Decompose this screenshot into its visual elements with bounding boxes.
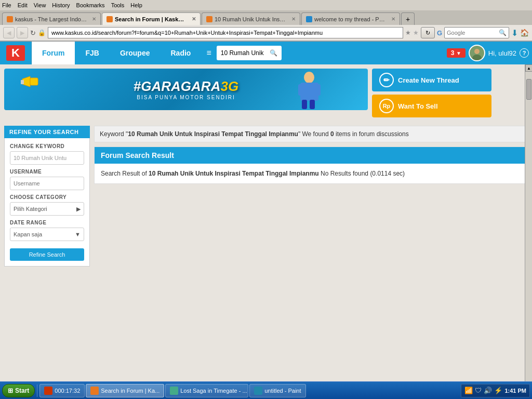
- tab-3-label: 10 Rumah Unik Untuk Inspirasi Tempat Ti.…: [215, 16, 287, 22]
- tab-1-close[interactable]: ✕: [92, 16, 96, 22]
- tab-3-close[interactable]: ✕: [291, 16, 296, 22]
- taskbar-item-lostsaga[interactable]: Lost Saga in Timegate - ...: [165, 384, 248, 397]
- nav-tab-forum[interactable]: Forum: [32, 42, 75, 64]
- tab-bar: kaskus - The Largest Indonesian Commu...…: [0, 10, 532, 25]
- keyword-input[interactable]: [10, 151, 84, 165]
- user-avatar: [469, 45, 485, 61]
- taskbar-timer: 000:17:32: [39, 384, 85, 397]
- kaskus-navbar: K Forum FJB Groupee Radio ≡ 🔍 3 ▼: [0, 42, 532, 64]
- lostsaga-icon: [170, 387, 178, 395]
- nav-search-box: 🔍: [217, 46, 282, 60]
- menu-view[interactable]: View: [34, 2, 46, 8]
- create-thread-button[interactable]: ✏ Create New Thread: [372, 69, 491, 91]
- site-wrapper: K Forum FJB Groupee Radio ≡ 🔍 3 ▼: [0, 42, 532, 392]
- menu-help[interactable]: Help: [130, 2, 142, 8]
- megaphone-svg: [20, 74, 41, 89]
- banner-actions: ✏ Create New Thread Rp Want To Sell: [372, 69, 491, 117]
- banner-image: #GARAGARA3G BISA PUNYA MOTOR SENDIRI: [4, 69, 368, 110]
- address-input[interactable]: [48, 27, 403, 38]
- user-menu[interactable]: Hi, ulul92 ?: [469, 45, 529, 61]
- banner-highlight: 3G: [220, 78, 238, 94]
- nav-tab-groupee[interactable]: Groupee: [110, 42, 161, 64]
- tab-2-close[interactable]: ✕: [192, 16, 196, 22]
- menu-history[interactable]: History: [52, 2, 70, 8]
- forward-button[interactable]: ▶: [17, 27, 28, 38]
- username-input[interactable]: [10, 177, 84, 190]
- bookmark-star2-icon[interactable]: ★: [413, 29, 419, 36]
- tab-3[interactable]: 10 Rumah Unik Untuk Inspirasi Tempat Ti.…: [202, 12, 300, 25]
- back-button[interactable]: ◀: [3, 27, 15, 38]
- date-label: DATE RANGE: [10, 220, 84, 225]
- taskbar-item-paint[interactable]: untitled - Paint: [249, 384, 305, 397]
- scrollbar-track[interactable]: [526, 79, 531, 100]
- search-sidebar: REFINE YOUR SEARCH CHANGE KEYWORD USERNA…: [4, 126, 90, 267]
- google-search-input[interactable]: [445, 29, 497, 37]
- keyword-bar-keyword: 10 Rumah Unik Untuk Inspirasi Tempat Tin…: [128, 130, 298, 138]
- nav-more-button[interactable]: ≡: [201, 42, 216, 64]
- system-time: 1:41 PM: [504, 388, 526, 394]
- want-to-sell-button[interactable]: Rp Want To Sell: [372, 95, 491, 117]
- svg-point-1: [474, 49, 480, 54]
- banner-title: #GARAGARA3G: [134, 78, 238, 95]
- new-tab-button[interactable]: +: [401, 12, 415, 25]
- notifications-chevron-icon: ▼: [456, 50, 461, 56]
- svg-point-3: [304, 72, 314, 83]
- tab-1[interactable]: kaskus - The Largest Indonesian Commu...…: [2, 12, 101, 25]
- taskbar-item-firefox[interactable]: Search in Forum | Ka...: [86, 384, 164, 397]
- nav-search-icon[interactable]: 🔍: [270, 49, 277, 57]
- tab-2[interactable]: Search in Forum | Kaskus - The Largest I…: [102, 12, 201, 25]
- results-body: Search Result of 10 Rumah Unik Untuk Ins…: [95, 164, 527, 183]
- svg-rect-10: [30, 78, 38, 85]
- tab-4-close[interactable]: ✕: [391, 16, 395, 22]
- category-select[interactable]: Pilih Kategori ▶: [10, 202, 84, 216]
- pencil-icon: ✏: [379, 73, 394, 87]
- sidebar-title: REFINE YOUR SEARCH: [4, 126, 90, 138]
- date-select[interactable]: Kapan saja ▼: [10, 228, 84, 241]
- category-label: CHOOSE CATEGORY: [10, 194, 84, 200]
- result-suffix: No Results found (0.0114 sec): [319, 170, 405, 177]
- megaphone-icon: [20, 74, 41, 91]
- home-button[interactable]: 🏠: [520, 29, 529, 37]
- nav-tab-fjb[interactable]: FJB: [75, 42, 109, 64]
- kaskus-k-icon: K: [6, 45, 25, 61]
- bookmark-star-icon[interactable]: ★: [405, 29, 411, 36]
- keyword-bar-prefix: Keyword ": [100, 130, 128, 138]
- menu-edit[interactable]: Edit: [18, 2, 28, 8]
- browser-chrome: kaskus - The Largest Indonesian Commu...…: [0, 10, 532, 42]
- keyword-bar-count: 0: [330, 130, 334, 138]
- notifications-badge[interactable]: 3 ▼: [447, 48, 466, 58]
- shield-icon: 🛡: [475, 387, 482, 394]
- svg-rect-7: [302, 100, 307, 109]
- banner-person: [295, 71, 326, 110]
- keyword-bar: Keyword "10 Rumah Unik Untuk Inspirasi T…: [94, 126, 528, 142]
- refresh-button[interactable]: ↻: [30, 29, 36, 37]
- keyword-bar-suffix: " We found: [298, 130, 330, 138]
- banner-area: #GARAGARA3G BISA PUNYA MOTOR SENDIRI: [0, 64, 532, 122]
- system-tray: 📶 🛡 🔊 ⚡ 1:41 PM: [461, 384, 530, 397]
- tab-2-icon: [107, 16, 113, 22]
- download-button[interactable]: ⬇: [511, 28, 518, 38]
- help-icon[interactable]: ?: [520, 48, 529, 58]
- menu-file[interactable]: File: [2, 2, 11, 8]
- scrollbar-thumb[interactable]: [526, 79, 531, 100]
- tab-4[interactable]: welcome to my thread - Penelusuran Goo..…: [301, 12, 400, 25]
- scrollbar-up-arrow[interactable]: ▲: [525, 64, 532, 72]
- refresh-page-button[interactable]: ↻: [421, 27, 435, 38]
- google-search-button[interactable]: 🔍: [497, 29, 509, 36]
- tab-2-label: Search in Forum | Kaskus - The Largest I…: [115, 16, 188, 22]
- kaskus-logo[interactable]: K: [0, 42, 32, 64]
- start-button[interactable]: ⊞ Start: [2, 384, 35, 397]
- sidebar-body: CHANGE KEYWORD USERNAME CHOOSE CATEGORY …: [4, 138, 90, 267]
- tab-4-icon: [306, 16, 312, 22]
- menu-bookmarks[interactable]: Bookmarks: [76, 2, 105, 8]
- nav-search-input[interactable]: [221, 49, 268, 57]
- refine-search-button[interactable]: Refine Search: [10, 248, 84, 261]
- google-icon: G: [437, 29, 442, 37]
- tab-3-icon: [206, 16, 212, 22]
- banner-content: #GARAGARA3G BISA PUNYA MOTOR SENDIRI: [134, 78, 238, 100]
- menu-tools[interactable]: Tools: [111, 2, 125, 8]
- svg-rect-11: [21, 80, 24, 84]
- google-search-box: 🔍: [444, 27, 509, 38]
- vertical-scrollbar[interactable]: ▲ ▼: [525, 64, 532, 392]
- nav-tab-radio[interactable]: Radio: [160, 42, 201, 64]
